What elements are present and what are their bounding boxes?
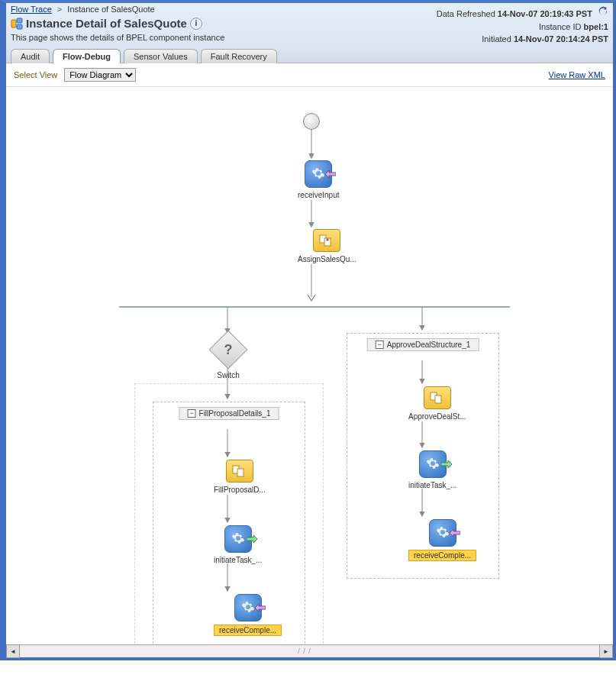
node-label-assign-salesquote: AssignSalesQu... (298, 255, 356, 263)
flow-node-assign-salesquote[interactable]: AssignSalesQu... (298, 229, 356, 263)
incoming-arrow-icon (325, 170, 336, 178)
flow-start-node[interactable] (303, 113, 320, 130)
gear-icon (311, 166, 325, 182)
flow-node-initiate-task-right[interactable]: initiateTask_... (408, 450, 456, 489)
svg-rect-0 (11, 20, 16, 27)
initiated-value: 14-Nov-07 20:14:24 PST (514, 34, 608, 44)
horizontal-scrollbar[interactable]: ◄ / / / ► (6, 644, 613, 657)
initiated-label: Initiated (482, 34, 511, 44)
instance-id-value: bpel:1 (584, 22, 608, 31)
assign-icon (313, 229, 340, 252)
page-title: Instance Detail of SalesQuote (26, 17, 187, 30)
outgoing-arrow-icon (247, 535, 257, 543)
svg-rect-2 (17, 24, 22, 29)
flow-canvas[interactable]: receiveInput AssignSalesQu... ? Switch −… (6, 87, 613, 644)
scope-title-approve-deal-text: ApproveDealStructure_1 (387, 341, 471, 349)
node-label-receive-completed-left: receiveComple... (214, 625, 282, 636)
data-refreshed-value: 14-Nov-07 20:19:43 PST (498, 9, 592, 18)
node-label-receive-completed-right: receiveComple... (408, 550, 476, 561)
tab-fault-recovery[interactable]: Fault Recovery (201, 49, 277, 63)
flow-node-approve-deal-assign[interactable]: ApproveDealSt... (408, 386, 466, 421)
svg-rect-21 (237, 469, 243, 476)
scope-title-approve-deal[interactable]: − ApproveDealStructure_1 (367, 338, 479, 351)
instance-icon (11, 18, 23, 30)
tab-audit[interactable]: Audit (11, 49, 50, 63)
assign-icon (226, 460, 253, 483)
gear-icon (426, 457, 440, 472)
view-raw-xml-link[interactable]: View Raw XML (549, 70, 605, 79)
flow-node-fill-proposal-assign[interactable]: FillProposalD... (214, 460, 266, 494)
data-refreshed-label: Data Refreshed (437, 9, 495, 18)
breadcrumb-current: Instance of SalesQuote (67, 5, 154, 14)
tab-flow-debug[interactable]: Flow-Debug (53, 49, 121, 63)
select-view-dropdown[interactable]: Flow Diagram (64, 68, 136, 82)
gear-icon (241, 600, 255, 615)
tab-sensor-values[interactable]: Sensor Values (124, 49, 198, 63)
view-toolbar: Select View Flow Diagram View Raw XML (6, 63, 613, 87)
node-label-initiate-task-left: initiateTask_... (214, 556, 262, 564)
select-view-label: Select View (14, 70, 57, 79)
breadcrumb-separator: > (57, 5, 62, 14)
gear-icon (231, 531, 245, 547)
flow-node-initiate-task-left[interactable]: initiateTask_... (214, 525, 262, 564)
breadcrumb-flow-trace[interactable]: Flow Trace (11, 5, 52, 14)
svg-rect-1 (17, 18, 22, 23)
scroll-left-button[interactable]: ◄ (6, 644, 20, 658)
refresh-icon[interactable] (598, 9, 608, 18)
scroll-track[interactable]: / / / (20, 646, 599, 657)
outgoing-arrow-icon (441, 460, 452, 468)
flow-node-receive-input[interactable]: receiveInput (298, 160, 339, 199)
node-label-switch: Switch (217, 371, 239, 379)
scroll-right-button[interactable]: ► (599, 644, 613, 658)
assign-icon (424, 386, 451, 409)
collapse-icon[interactable]: − (376, 341, 384, 349)
incoming-arrow-icon (255, 604, 266, 612)
gear-icon (436, 525, 450, 541)
svg-rect-19 (435, 395, 441, 403)
incoming-arrow-icon (450, 529, 460, 537)
node-label-initiate-task-right: initiateTask_... (408, 481, 456, 489)
node-label-approve-deal: ApproveDealSt... (408, 412, 466, 421)
instance-id-label: Instance ID (539, 22, 582, 31)
flow-node-receive-completed-right[interactable]: receiveComple... (408, 519, 476, 561)
page-header: Flow Trace > Instance of SalesQuote Inst… (6, 3, 613, 47)
flow-node-switch[interactable]: ? Switch (214, 336, 242, 379)
node-label-receive-input: receiveInput (298, 191, 339, 199)
node-label-fill-proposal: FillProposalD... (214, 486, 266, 494)
switch-diamond-icon: ? (209, 331, 248, 370)
info-icon[interactable]: i (190, 18, 202, 30)
flow-node-receive-completed-left[interactable]: receiveComple... (214, 594, 282, 636)
start-circle-icon (303, 113, 320, 130)
scroll-gripper-icon: / / / (286, 646, 323, 657)
tab-bar: Audit Flow-Debug Sensor Values Fault Rec… (6, 47, 613, 63)
